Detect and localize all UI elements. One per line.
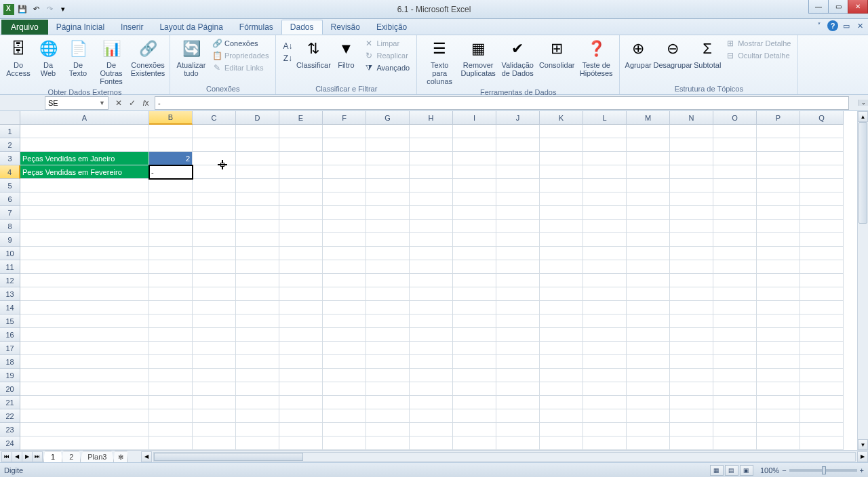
connections-button[interactable]: 🔗Conexões <box>210 38 271 49</box>
cell-O9[interactable] <box>713 233 757 247</box>
cell-M4[interactable] <box>627 165 670 179</box>
cell-E8[interactable] <box>279 220 323 233</box>
cell-O14[interactable] <box>713 301 757 314</box>
cell-I23[interactable] <box>453 423 496 436</box>
minimize-button[interactable]: — <box>808 0 829 14</box>
cell-I6[interactable] <box>453 192 496 206</box>
cell-D16[interactable] <box>236 328 279 342</box>
cell-B5[interactable] <box>149 179 193 192</box>
cell-M24[interactable] <box>627 436 670 450</box>
cell-G13[interactable] <box>366 287 410 301</box>
cell-K13[interactable] <box>540 287 583 301</box>
scroll-down-icon[interactable]: ▼ <box>858 439 868 450</box>
cell-A21[interactable] <box>20 396 149 409</box>
cell-I10[interactable] <box>453 247 496 260</box>
cell-O2[interactable] <box>713 138 757 152</box>
save-icon[interactable]: 💾 <box>16 3 28 16</box>
cell-D22[interactable] <box>236 409 279 423</box>
cell-A13[interactable] <box>20 287 149 301</box>
cell-H24[interactable] <box>410 436 453 450</box>
maximize-button[interactable]: ▭ <box>828 0 848 14</box>
cell-B17[interactable] <box>149 342 193 355</box>
cell-H19[interactable] <box>410 369 453 382</box>
cell-H5[interactable] <box>410 179 453 192</box>
cell-E3[interactable] <box>279 152 323 165</box>
cell-A10[interactable] <box>20 247 149 260</box>
cell-C17[interactable] <box>193 342 236 355</box>
row-header-15[interactable]: 15 <box>0 314 20 328</box>
cell-B3[interactable]: 2 <box>149 152 193 165</box>
cell-F14[interactable] <box>323 301 366 314</box>
cell-L5[interactable] <box>583 179 627 192</box>
cell-G3[interactable] <box>366 152 410 165</box>
cell-N17[interactable] <box>670 342 713 355</box>
row-header-21[interactable]: 21 <box>0 396 20 409</box>
cell-P10[interactable] <box>757 247 800 260</box>
scroll-left-icon[interactable]: ◀ <box>141 451 152 462</box>
cell-H16[interactable] <box>410 328 453 342</box>
cell-A8[interactable] <box>20 220 149 233</box>
cell-N16[interactable] <box>670 328 713 342</box>
row-header-10[interactable]: 10 <box>0 247 20 260</box>
cell-Q18[interactable] <box>800 355 844 369</box>
ribbon-tab-página-inicial[interactable]: Página Inicial <box>48 20 113 35</box>
row-header-6[interactable]: 6 <box>0 192 20 206</box>
cell-M18[interactable] <box>627 355 670 369</box>
from-other-button[interactable]: 📊De Outras Fontes <box>94 37 129 87</box>
cell-M1[interactable] <box>627 125 670 138</box>
cell-N24[interactable] <box>670 436 713 450</box>
cell-C2[interactable] <box>193 138 236 152</box>
cell-P14[interactable] <box>757 301 800 314</box>
cell-H21[interactable] <box>410 396 453 409</box>
cell-J5[interactable] <box>496 179 540 192</box>
cell-G23[interactable] <box>366 423 410 436</box>
cell-Q19[interactable] <box>800 369 844 382</box>
cell-P23[interactable] <box>757 423 800 436</box>
cell-K16[interactable] <box>540 328 583 342</box>
cell-I14[interactable] <box>453 301 496 314</box>
cell-C22[interactable] <box>193 409 236 423</box>
cell-F22[interactable] <box>323 409 366 423</box>
cell-M23[interactable] <box>627 423 670 436</box>
column-header-C[interactable]: C <box>193 111 236 125</box>
cell-J12[interactable] <box>496 274 540 287</box>
cell-C18[interactable] <box>193 355 236 369</box>
cell-L20[interactable] <box>583 382 627 396</box>
cell-E23[interactable] <box>279 423 323 436</box>
cell-D14[interactable] <box>236 301 279 314</box>
row-header-14[interactable]: 14 <box>0 301 20 314</box>
cell-D21[interactable] <box>236 396 279 409</box>
from-web-button[interactable]: 🌐Da Web <box>34 37 62 79</box>
cell-O12[interactable] <box>713 274 757 287</box>
cell-N21[interactable] <box>670 396 713 409</box>
cell-I12[interactable] <box>453 274 496 287</box>
cell-E16[interactable] <box>279 328 323 342</box>
cell-M17[interactable] <box>627 342 670 355</box>
cell-D18[interactable] <box>236 355 279 369</box>
prev-sheet-icon[interactable]: ◀ <box>12 451 22 462</box>
cell-B21[interactable] <box>149 396 193 409</box>
cell-J19[interactable] <box>496 369 540 382</box>
cell-K2[interactable] <box>540 138 583 152</box>
cell-G16[interactable] <box>366 328 410 342</box>
cell-H7[interactable] <box>410 206 453 220</box>
cell-N13[interactable] <box>670 287 713 301</box>
cell-Q21[interactable] <box>800 396 844 409</box>
subtotal-button[interactable]: ΣSubtotal <box>693 37 722 70</box>
cell-D6[interactable] <box>236 192 279 206</box>
cell-B22[interactable] <box>149 409 193 423</box>
cell-L21[interactable] <box>583 396 627 409</box>
cell-N11[interactable] <box>670 260 713 274</box>
cell-C19[interactable] <box>193 369 236 382</box>
cell-H3[interactable] <box>410 152 453 165</box>
cell-M7[interactable] <box>627 206 670 220</box>
cell-Q16[interactable] <box>800 328 844 342</box>
cell-C14[interactable] <box>193 301 236 314</box>
cell-B8[interactable] <box>149 220 193 233</box>
cell-Q20[interactable] <box>800 382 844 396</box>
cell-G17[interactable] <box>366 342 410 355</box>
cell-K11[interactable] <box>540 260 583 274</box>
cell-C8[interactable] <box>193 220 236 233</box>
name-box[interactable]: SE ▼ <box>45 96 108 110</box>
cell-N8[interactable] <box>670 220 713 233</box>
